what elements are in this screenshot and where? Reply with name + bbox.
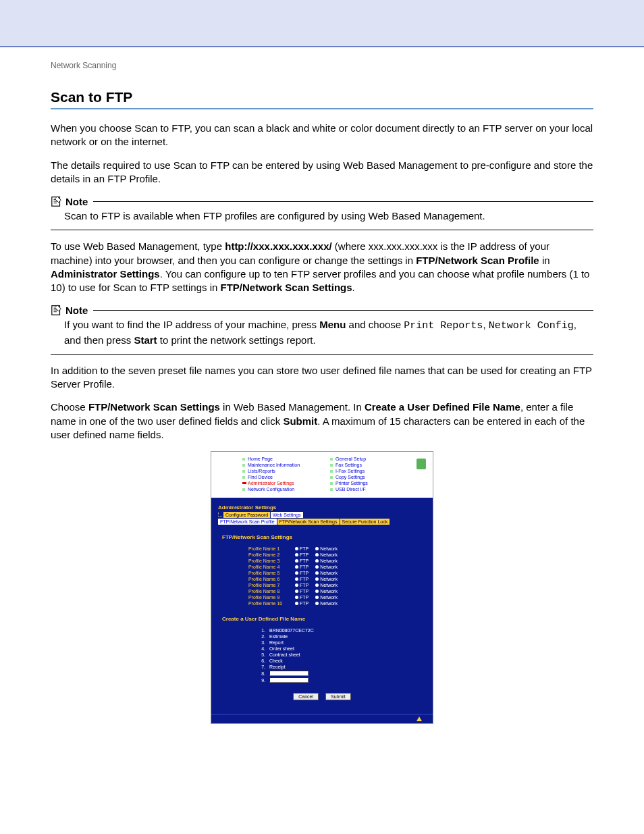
radio-network[interactable] — [315, 547, 319, 550]
nav-left-2[interactable]: Lists/Reports — [241, 468, 329, 474]
nav-right-3[interactable]: Copy Settings — [329, 474, 417, 480]
radio-ftp[interactable] — [295, 571, 298, 575]
radio-ftp[interactable] — [295, 583, 298, 587]
note-icon — [51, 304, 63, 316]
profile-label: Profile Name 6 — [248, 577, 292, 581]
tab-secure-lock[interactable]: Secure Function Lock — [340, 519, 390, 525]
note-rule-bottom — [51, 230, 593, 230]
profile-row-9: Profile Name 9FTPNetwork — [248, 594, 426, 600]
radio-network[interactable] — [315, 571, 319, 575]
radio-network[interactable] — [315, 577, 319, 581]
profile-label: Profile Name 5 — [248, 571, 292, 575]
fn-text: Estimate — [269, 634, 288, 639]
profile-row-8: Profile Name 8FTPNetwork — [248, 588, 426, 594]
radio-ftp-label: FTP — [300, 583, 308, 588]
radio-ftp[interactable] — [295, 602, 298, 605]
radio-network-label: Network — [320, 558, 338, 563]
radio-network[interactable] — [315, 602, 319, 605]
radio-network[interactable] — [315, 590, 319, 593]
fn-text: BRN008077CEC72C — [269, 628, 314, 633]
section-title: Scan to FTP — [51, 89, 593, 105]
t: in Web Based Management. In — [220, 401, 365, 413]
radio-network-label: Network — [320, 565, 338, 569]
t: FTP/Network Scan Settings — [88, 401, 220, 413]
t: Administrator Settings — [51, 268, 160, 280]
tab-row-2: FTP/Network Scan Profile FTP/Network Sca… — [218, 519, 426, 525]
radio-ftp[interactable] — [295, 547, 298, 550]
nav-right-2[interactable]: I-Fax Settings — [329, 468, 417, 474]
submit-button[interactable]: Submit — [325, 693, 351, 700]
webui-nav: Home PageMaintenance InformationLists/Re… — [211, 452, 433, 498]
profile-label: Profile Name 4 — [248, 565, 292, 569]
radio-network-label: Network — [320, 546, 338, 551]
profile-row-6: Profile Name 6FTPNetwork — [248, 576, 426, 582]
t: FTP/Network Scan Profile — [416, 255, 539, 266]
radio-network-label: Network — [320, 577, 338, 581]
radio-ftp[interactable] — [295, 590, 298, 593]
page-content: 4 Network Scanning Scan to FTP When you … — [0, 47, 644, 758]
radio-network-label: Network — [320, 601, 338, 606]
radio-ftp-label: FTP — [300, 558, 308, 563]
nav-left-0[interactable]: Home Page — [241, 456, 329, 462]
note-rule-bottom — [51, 354, 593, 355]
tab-ftp-settings[interactable]: FTP/Network Scan Settings — [277, 519, 340, 525]
para-3: To use Web Based Management, type http:/… — [51, 240, 593, 294]
note-1-body: Scan to FTP is available when FTP profil… — [51, 207, 593, 227]
filename-row-4: 4.Order sheet — [256, 646, 426, 652]
t: Print Reports — [404, 320, 483, 332]
nav-right-0[interactable]: General Setup — [329, 456, 417, 462]
radio-network[interactable] — [315, 596, 319, 599]
scroll-top-bar[interactable] — [211, 714, 433, 723]
radio-network-label: Network — [320, 571, 338, 575]
note-1: Note Scan to FTP is available when FTP p… — [51, 195, 593, 230]
radio-ftp[interactable] — [295, 565, 298, 569]
user-defined-filename-head: Create a User Defined File Name — [222, 616, 426, 622]
radio-network[interactable] — [315, 565, 319, 569]
fn-text: Report — [269, 640, 284, 645]
profile-row-2: Profile Name 2FTPNetwork — [248, 552, 426, 558]
tab-configure-password[interactable]: Configure Password — [223, 512, 270, 518]
para-2: The details required to use Scan to FTP … — [51, 159, 593, 186]
tab-ftp-profile[interactable]: FTP/Network Scan Profile — [218, 519, 277, 525]
radio-ftp-label: FTP — [300, 552, 308, 557]
fn-text: Check — [269, 658, 283, 663]
radio-network[interactable] — [315, 559, 319, 563]
radio-network[interactable] — [315, 553, 319, 556]
note-label: Note — [65, 305, 88, 316]
url-bold: http://xxx.xxx.xxx.xxx/ — [225, 240, 331, 252]
t: Start — [134, 334, 157, 346]
tab-web-settings[interactable]: Web Settings — [271, 512, 303, 518]
nav-left-1[interactable]: Maintenance Information — [241, 462, 329, 468]
nav-left-5[interactable]: Network Configuration — [241, 486, 329, 492]
radio-ftp-label: FTP — [300, 565, 308, 569]
t: in — [539, 255, 550, 266]
radio-ftp-label: FTP — [300, 601, 308, 606]
fn-num: 3. — [256, 640, 265, 645]
help-icon[interactable] — [417, 459, 426, 469]
profile-label: Profile Name 10 — [248, 601, 292, 606]
profile-row-3: Profile Name 3FTPNetwork — [248, 558, 426, 564]
cancel-button[interactable]: Cancel — [293, 693, 319, 700]
note-rule — [93, 310, 593, 311]
radio-ftp[interactable] — [295, 596, 298, 599]
t: , — [483, 319, 488, 330]
radio-network-label: Network — [320, 552, 338, 557]
filename-row-7: 7.Receipt — [256, 664, 426, 670]
fn-text: Contract sheet — [269, 652, 300, 657]
nav-left-4[interactable]: Administrator Settings — [241, 480, 329, 486]
radio-ftp-label: FTP — [300, 577, 308, 581]
profile-label: Profile Name 9 — [248, 595, 292, 600]
radio-network[interactable] — [315, 583, 319, 587]
filename-input-8[interactable] — [269, 671, 308, 676]
tab-row-1: Configure Password Web Settings — [218, 512, 426, 518]
webui-screenshot: Home PageMaintenance InformationLists/Re… — [211, 451, 433, 724]
radio-ftp[interactable] — [295, 559, 298, 563]
radio-ftp[interactable] — [295, 553, 298, 556]
nav-right-1[interactable]: Fax Settings — [329, 462, 417, 468]
filename-input-9[interactable] — [269, 677, 308, 683]
radio-ftp[interactable] — [295, 577, 298, 581]
nav-left-3[interactable]: Find Device — [241, 474, 329, 480]
fn-text: Order sheet — [269, 646, 294, 651]
nav-right-4[interactable]: Printer Settings — [329, 480, 417, 486]
nav-right-5[interactable]: USB Direct I/F — [329, 486, 417, 492]
